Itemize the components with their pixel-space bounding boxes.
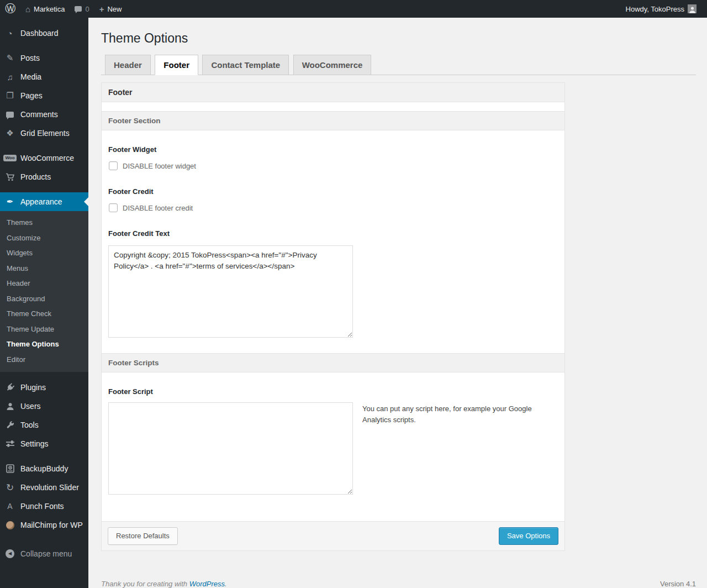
footer-scripts-body: Footer Script You can put any script her… xyxy=(102,387,564,521)
sidebar-item-woocommerce[interactable]: Woo WooCommerce xyxy=(0,149,88,167)
sidebar-item-grid-elements[interactable]: ❖ Grid Elements xyxy=(0,124,88,143)
dashboard-icon: ◔ xyxy=(4,29,15,38)
tab-header[interactable]: Header xyxy=(105,55,151,75)
plugin-icon xyxy=(4,383,15,392)
sidebar-item-posts[interactable]: ✎ Posts xyxy=(0,49,88,67)
sidebar-item-plugins[interactable]: Plugins xyxy=(0,378,88,397)
wordpress-logo-button[interactable]: Ⓦ xyxy=(0,0,20,18)
grid-elements-icon: ❖ xyxy=(4,128,15,138)
footer-script-label: Footer Script xyxy=(108,387,558,396)
panel-action-bar: Restore Defaults Save Options xyxy=(102,521,564,550)
tab-contact-template[interactable]: Contact Template xyxy=(202,55,289,75)
admin-bar: Ⓦ ⌂ Marketica 0 + New Howdy, TokoPress xyxy=(0,0,707,18)
group-body-spacer xyxy=(102,102,564,111)
collapse-menu-button[interactable]: ◀ Collapse menu xyxy=(0,544,88,563)
admin-sidebar: ◔ Dashboard ✎ Posts ♫ Media ❐ Pages Comm… xyxy=(0,18,88,588)
restore-defaults-button[interactable]: Restore Defaults xyxy=(108,527,178,545)
rotate-arrows-icon: ↻ xyxy=(4,482,15,494)
collapse-arrow-icon: ◀ xyxy=(4,549,15,558)
footer-credit-text-textarea[interactable]: Copyright &copy; 2015 TokoPress<span><a … xyxy=(108,245,353,338)
user-icon xyxy=(4,402,15,411)
footer-widget-checkbox-row: DISABLE footer widget xyxy=(108,161,558,170)
theme-options-panel: Footer Footer Section Footer Widget DISA… xyxy=(101,82,565,551)
page-title: Theme Options xyxy=(101,30,696,46)
footer-thanks: Thank you for creating with WordPress. xyxy=(101,580,227,588)
comments-bubble-icon xyxy=(4,112,15,118)
tab-woocommerce[interactable]: WooCommerce xyxy=(293,55,372,75)
sidebar-item-backupbuddy[interactable]: BackupBuddy xyxy=(0,459,88,478)
tab-bar: Header Footer Contact Template WooCommer… xyxy=(101,55,696,75)
sidebar-item-mailchimp[interactable]: MailChimp for WP xyxy=(0,516,88,534)
sidebar-item-revolution-slider[interactable]: ↻ Revolution Slider xyxy=(0,478,88,497)
disable-footer-widget-label: DISABLE footer widget xyxy=(123,162,196,170)
sidebar-item-tools[interactable]: Tools xyxy=(0,416,88,434)
site-name-link[interactable]: ⌂ Marketica xyxy=(20,0,70,18)
sidebar-item-dashboard[interactable]: ◔ Dashboard xyxy=(0,24,88,43)
main-content: Theme Options Header Footer Contact Temp… xyxy=(88,18,707,588)
sidebar-item-products[interactable]: Products xyxy=(0,167,88,186)
wordpress-icon: Ⓦ xyxy=(5,0,15,18)
submenu-customize[interactable]: Customize xyxy=(0,230,88,246)
footer-credit-text-label: Footer Credit Text xyxy=(108,229,558,238)
sidebar-item-pages[interactable]: ❐ Pages xyxy=(0,86,88,105)
woocommerce-icon: Woo xyxy=(4,155,15,161)
footer-script-hint: You can put any script here, for example… xyxy=(362,402,534,426)
media-icon: ♫ xyxy=(4,72,15,82)
sidebar-item-appearance[interactable]: ✒ Appearance xyxy=(0,192,88,211)
tab-footer[interactable]: Footer xyxy=(155,55,198,75)
submenu-themes[interactable]: Themes xyxy=(0,215,88,230)
submenu-header[interactable]: Header xyxy=(0,276,88,291)
submenu-theme-check[interactable]: Theme Check xyxy=(0,306,88,322)
section-header-footer-section: Footer Section xyxy=(102,111,564,130)
submenu-theme-update[interactable]: Theme Update xyxy=(0,322,88,337)
version-label: Version 4.1 xyxy=(660,580,696,588)
wordpress-link[interactable]: WordPress xyxy=(189,580,225,588)
mailchimp-monkey-icon xyxy=(4,521,15,529)
section-header-footer-scripts: Footer Scripts xyxy=(102,353,564,372)
pages-icon: ❐ xyxy=(4,91,15,101)
submenu-editor[interactable]: Editor xyxy=(0,352,88,368)
avatar xyxy=(688,4,697,13)
backup-device-icon xyxy=(4,464,15,473)
footer-section-body: Footer Widget DISABLE footer widget Foot… xyxy=(102,145,564,353)
comment-bubble-icon xyxy=(75,6,82,12)
wrench-icon xyxy=(4,421,15,429)
appearance-submenu: Themes Customize Widgets Menus Header Ba… xyxy=(0,211,88,372)
sidebar-item-media[interactable]: ♫ Media xyxy=(0,67,88,86)
submenu-theme-options[interactable]: Theme Options xyxy=(0,337,88,352)
sidebar-item-settings[interactable]: Settings xyxy=(0,434,88,453)
footer-credit-label: Footer Credit xyxy=(108,187,558,196)
group-header-footer: Footer xyxy=(102,82,564,102)
sidebar-item-punch-fonts[interactable]: A Punch Fonts xyxy=(0,497,88,516)
sidebar-item-comments[interactable]: Comments xyxy=(0,105,88,124)
comments-count: 0 xyxy=(85,5,89,13)
footer-widget-label: Footer Widget xyxy=(108,145,558,154)
disable-footer-widget-checkbox[interactable] xyxy=(109,161,118,170)
home-icon: ⌂ xyxy=(25,4,30,14)
disable-footer-credit-checkbox[interactable] xyxy=(109,203,118,212)
sidebar-item-users[interactable]: Users xyxy=(0,397,88,416)
howdy-account-link[interactable]: Howdy, TokoPress xyxy=(621,0,701,18)
howdy-label: Howdy, TokoPress xyxy=(626,5,684,13)
pushpin-icon: ✎ xyxy=(4,53,15,63)
disable-footer-credit-label: DISABLE footer credit xyxy=(123,204,193,212)
letter-a-icon: A xyxy=(4,502,15,511)
submenu-widgets[interactable]: Widgets xyxy=(0,245,88,261)
footer-script-textarea[interactable] xyxy=(108,402,353,495)
submenu-background[interactable]: Background xyxy=(0,291,88,307)
plus-icon: + xyxy=(99,4,104,14)
save-options-button[interactable]: Save Options xyxy=(499,527,558,545)
submenu-menus[interactable]: Menus xyxy=(0,261,88,276)
cart-icon xyxy=(4,173,15,181)
new-label: New xyxy=(107,5,122,13)
new-content-link[interactable]: + New xyxy=(94,0,127,18)
comments-shortcut-link[interactable]: 0 xyxy=(70,0,94,18)
footer-credit-checkbox-row: DISABLE footer credit xyxy=(108,203,558,212)
site-name-label: Marketica xyxy=(34,5,65,13)
sliders-icon xyxy=(4,440,15,448)
appearance-brush-icon: ✒ xyxy=(4,197,15,207)
admin-footer: Thank you for creating with WordPress. V… xyxy=(101,580,696,588)
